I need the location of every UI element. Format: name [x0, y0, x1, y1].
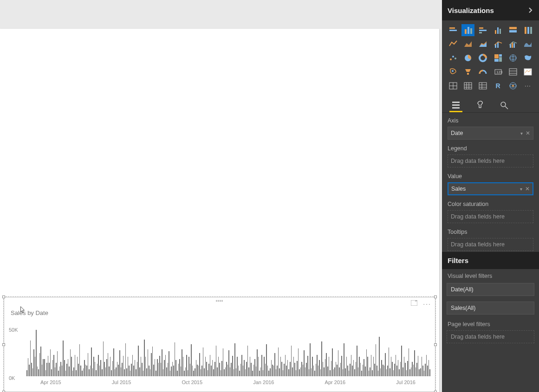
field-format-analytics-tabs	[442, 96, 539, 113]
svg-rect-55	[452, 102, 460, 103]
viz-100-stacked-bar-icon[interactable]	[507, 24, 520, 36]
tooltips-well-label: Tooltips	[448, 229, 533, 235]
visualization-gallery: 123R···	[442, 20, 539, 96]
viz-matrix-icon[interactable]	[447, 80, 460, 92]
svg-rect-9	[495, 30, 496, 34]
report-page[interactable]: ··· Sales by Date 50K 0K Apr 2015 Jul 20…	[0, 29, 439, 392]
resize-handle[interactable]	[434, 343, 437, 346]
filters-header: Filters	[442, 252, 539, 269]
resize-handle[interactable]	[2, 343, 5, 346]
collapse-pane-icon[interactable]	[528, 7, 533, 13]
svg-rect-28	[499, 54, 502, 57]
chevron-down-icon[interactable]: ▾	[520, 186, 522, 192]
viz-stacked-bar-icon[interactable]	[447, 24, 460, 36]
svg-rect-5	[470, 28, 472, 34]
svg-rect-8	[479, 32, 482, 33]
move-grip-icon[interactable]	[216, 300, 223, 302]
viz-treemap-icon[interactable]	[492, 52, 505, 64]
viz-100-stacked-column-icon[interactable]	[521, 24, 534, 36]
viz-area-icon[interactable]	[461, 38, 474, 50]
viz-stacked-column-icon[interactable]	[461, 24, 474, 36]
viz-table2-icon[interactable]	[476, 80, 489, 92]
value-field-value: Sales	[451, 186, 466, 192]
value-well[interactable]: Sales ▾ ✕	[448, 182, 533, 195]
x-axis-labels: Apr 2015 Jul 2015 Oct 2015 Jan 2016 Apr …	[26, 379, 429, 385]
svg-rect-11	[500, 29, 501, 34]
viz-slicer-icon[interactable]	[521, 66, 534, 78]
viz-card-icon[interactable]	[476, 66, 489, 78]
svg-rect-15	[527, 27, 529, 34]
chart-title: Sales by Date	[11, 309, 48, 316]
svg-point-24	[455, 58, 456, 59]
value-well-label: Value	[448, 173, 533, 180]
svg-point-22	[450, 58, 452, 60]
color-saturation-well-label: Color saturation	[448, 201, 533, 207]
svg-rect-14	[525, 27, 526, 34]
viz-filled-map-icon[interactable]	[521, 52, 534, 64]
svg-rect-4	[468, 27, 469, 34]
analytics-tab-icon[interactable]	[498, 98, 511, 112]
axis-well[interactable]: Date ▾ ✕	[448, 127, 533, 140]
more-options-icon[interactable]: ···	[423, 300, 431, 308]
viz-clustered-bar-icon[interactable]	[476, 24, 489, 36]
svg-rect-30	[494, 59, 499, 62]
viz-arcgis-icon[interactable]	[507, 80, 520, 92]
svg-rect-12	[509, 27, 517, 29]
svg-rect-6	[479, 27, 483, 29]
svg-rect-36	[509, 69, 517, 75]
format-tab-icon[interactable]	[474, 98, 487, 112]
svg-rect-10	[497, 27, 499, 34]
viz-ribbon-icon[interactable]	[521, 38, 534, 50]
viz-kpi-icon[interactable]	[507, 66, 520, 78]
svg-rect-29	[499, 57, 502, 62]
report-canvas-area: ··· Sales by Date 50K 0K Apr 2015 Jul 20…	[0, 0, 442, 392]
viz-multi-row-card-icon[interactable]: 123	[492, 66, 505, 78]
svg-rect-16	[530, 27, 532, 34]
resize-handle[interactable]	[434, 296, 437, 298]
chevron-down-icon[interactable]: ▾	[520, 131, 523, 136]
svg-rect-2	[449, 30, 457, 31]
remove-field-icon[interactable]: ✕	[526, 130, 530, 136]
svg-line-59	[505, 106, 508, 109]
svg-rect-27	[494, 54, 499, 58]
viz-funnel-icon[interactable]	[447, 66, 460, 78]
svg-rect-43	[464, 83, 472, 89]
viz-waterfall-icon[interactable]	[447, 52, 460, 64]
svg-point-58	[501, 102, 506, 107]
viz-line-stacked-column-icon[interactable]	[492, 38, 505, 50]
remove-field-icon[interactable]: ✕	[525, 186, 530, 192]
filter-sales[interactable]: Sales(All)	[447, 302, 534, 315]
viz-line-clustered-column-icon[interactable]	[507, 38, 520, 50]
viz-donut-icon[interactable]	[476, 52, 489, 64]
svg-point-33	[452, 70, 454, 72]
viz-pie-icon[interactable]	[461, 52, 474, 64]
svg-point-23	[452, 56, 454, 58]
legend-well[interactable]: Drag data fields here	[448, 154, 533, 167]
svg-rect-21	[513, 43, 515, 48]
page-level-filters-label: Page level filters	[442, 317, 539, 328]
svg-rect-56	[452, 104, 460, 106]
fields-tab-icon[interactable]	[449, 98, 462, 112]
viz-more-icon[interactable]: ···	[521, 80, 534, 92]
page-level-filter-drop[interactable]: Drag data fields here	[447, 330, 534, 343]
svg-rect-7	[479, 30, 487, 31]
viz-stacked-area-icon[interactable]	[476, 38, 489, 50]
color-saturation-well[interactable]: Drag data fields here	[448, 210, 533, 223]
legend-well-label: Legend	[448, 145, 533, 152]
axis-well-label: Axis	[448, 117, 533, 124]
focus-mode-icon[interactable]	[411, 300, 417, 308]
viz-map-icon[interactable]	[507, 52, 520, 64]
resize-handle[interactable]	[2, 296, 5, 298]
viz-r-script-icon[interactable]: R	[492, 80, 505, 92]
column-chart-visual[interactable]: ··· Sales by Date 50K 0K Apr 2015 Jul 20…	[4, 297, 435, 392]
svg-rect-57	[452, 107, 460, 109]
viz-line-icon[interactable]	[447, 38, 460, 50]
viz-clustered-column-icon[interactable]	[492, 24, 505, 36]
filter-date[interactable]: Date(All)	[447, 283, 534, 296]
viz-table-icon[interactable]	[461, 80, 474, 92]
tooltips-well[interactable]: Drag data fields here	[448, 238, 533, 251]
axis-field-value: Date	[451, 130, 463, 136]
visualizations-header: Visualizations	[442, 0, 539, 20]
svg-rect-3	[465, 29, 467, 34]
viz-gauge-icon[interactable]	[461, 66, 474, 78]
